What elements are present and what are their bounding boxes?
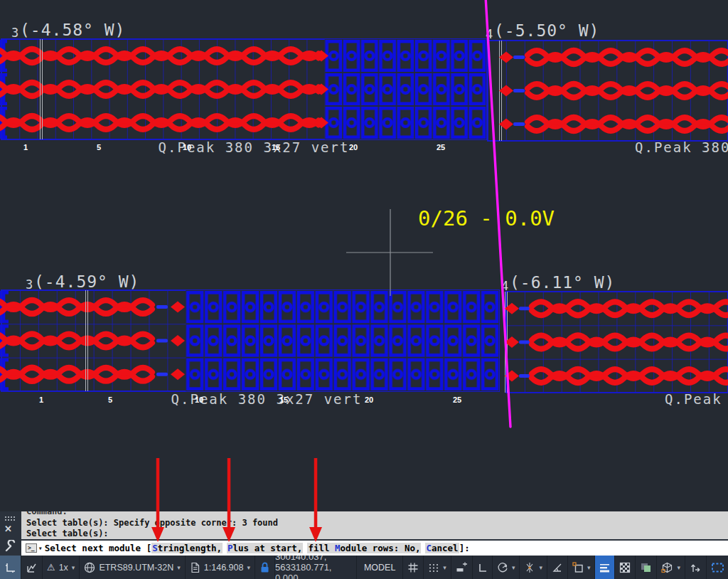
- angle-icon: [552, 562, 563, 573]
- option-fill-module-rows[interactable]: fill Module rows: No,: [307, 543, 421, 553]
- transparency-icon: [619, 562, 631, 573]
- model-space-toggle[interactable]: MODEL: [357, 556, 403, 579]
- snap-tracking-icon: [524, 562, 535, 573]
- chevron-down-icon[interactable]: ▾: [72, 564, 75, 571]
- svg-text:20: 20: [349, 143, 358, 152]
- table-angle-label: (-6.11° W): [510, 273, 615, 292]
- object-snap-tracking-control[interactable]: ▾: [520, 556, 547, 579]
- ortho-icon: [477, 562, 488, 573]
- module-type-caption: Q.Peak 380: [635, 139, 728, 155]
- svg-text:25: 25: [453, 395, 461, 404]
- annotation-arrows-icon: [690, 562, 702, 573]
- status-bar: ⚠ 1x ▾ ETRS89.UTM-32N ▾ 1:146.908 ▾: [0, 556, 728, 579]
- command-window: ✕ Command: Select table(s): Specify oppo…: [0, 511, 728, 556]
- scale-value: 1:146.908: [204, 563, 244, 573]
- command-prompt-icon[interactable]: >_: [26, 543, 37, 553]
- grid-display-toggle[interactable]: [403, 556, 424, 579]
- command-history-line: Select table(s):: [21, 528, 728, 539]
- dashed-selection-icon: [711, 562, 724, 573]
- command-input-line[interactable]: >_ ▾ Select next module [ Stringlength, …: [21, 541, 728, 556]
- module-type-caption: Q.Peak 38: [665, 391, 728, 407]
- svg-text:5: 5: [97, 143, 101, 152]
- chevron-down-icon[interactable]: ▾: [677, 564, 680, 571]
- grid-icon: [407, 562, 419, 573]
- object-snap-icon: [572, 562, 584, 573]
- table-bottom-left[interactable]: [0, 290, 499, 391]
- chevron-down-icon[interactable]: ▾: [587, 564, 591, 571]
- cube-icon: [661, 562, 673, 573]
- dynamic-input-icon: [456, 562, 468, 573]
- drawing-scale-control[interactable]: 1:146.908 ▾: [186, 556, 255, 579]
- option-stringlength[interactable]: Stringlength,: [151, 543, 223, 553]
- svg-text:10: 10: [195, 395, 203, 404]
- table-index-label: 3: [11, 26, 18, 40]
- chevron-down-icon[interactable]: ▾: [443, 564, 446, 571]
- lineweight-icon: [599, 562, 610, 573]
- object-snap-control[interactable]: ▾: [568, 556, 596, 579]
- chevron-down-icon[interactable]: ▾: [247, 564, 250, 571]
- svg-text:15: 15: [279, 395, 288, 404]
- svg-text:1: 1: [23, 143, 28, 152]
- scale-lock-toggle[interactable]: [255, 556, 275, 579]
- command-history[interactable]: Command: Select table(s): Specify opposi…: [21, 511, 728, 539]
- snap-dots-icon: [428, 562, 439, 573]
- cad-application-window: 3 (-4.58° W) 4 (-5.50° W) Q.Peak 380 3x2…: [0, 0, 728, 579]
- recent-commands-caret-icon[interactable]: ▾: [38, 544, 43, 552]
- close-icon[interactable]: ✕: [4, 524, 12, 534]
- polar-tracking-control[interactable]: ▾: [493, 556, 520, 579]
- polyline-axes-icon: [26, 562, 38, 573]
- svg-text:15: 15: [272, 143, 280, 152]
- option-cancel[interactable]: Cancel: [425, 543, 459, 553]
- axes-icon: [4, 562, 16, 573]
- command-window-rail: ✕: [0, 511, 21, 556]
- svg-text:5: 5: [108, 395, 112, 404]
- string-voltage-readout: 0/26 - 0.0V: [418, 206, 555, 230]
- chevron-down-icon[interactable]: ▾: [539, 564, 542, 571]
- svg-text:20: 20: [365, 395, 373, 404]
- isometric-angle-toggle[interactable]: [547, 556, 568, 579]
- coordinate-system-control[interactable]: ETRS89.UTM-32N ▾: [80, 556, 185, 579]
- annotation-monitor-toggle[interactable]: [685, 556, 707, 579]
- svg-text:10: 10: [183, 143, 191, 152]
- chevron-down-icon[interactable]: ▾: [177, 564, 181, 571]
- clean-screen-toggle[interactable]: [707, 556, 728, 579]
- drag-handle-icon[interactable]: [4, 515, 17, 522]
- geometric-relations-toggle[interactable]: [21, 556, 43, 579]
- prompt-text: Select next module [: [45, 543, 152, 553]
- svg-text:25: 25: [437, 143, 445, 152]
- lock-icon: [259, 562, 270, 573]
- globe-icon: [84, 562, 95, 573]
- prompt-suffix: ]:: [459, 543, 470, 553]
- sheet-icon: [190, 562, 200, 573]
- lineweight-toggle[interactable]: [595, 556, 615, 579]
- customize-wrench-icon[interactable]: [4, 540, 17, 553]
- option-plus-at-start[interactable]: Plus at start,: [227, 543, 303, 553]
- command-history-line: Select table(s): Specify opposite corner…: [21, 518, 728, 528]
- svg-text:1: 1: [39, 395, 43, 404]
- selection-cycling-icon: [640, 562, 652, 573]
- table-angle-label: (-5.50° W): [494, 21, 599, 40]
- table-index-label: 3: [26, 277, 33, 292]
- command-history-line: Command:: [21, 511, 728, 517]
- dynamic-input-toggle[interactable]: [451, 556, 473, 579]
- polar-tracking-icon: [497, 562, 508, 573]
- annotation-scale-control[interactable]: ⚠ 1x ▾: [43, 556, 80, 579]
- ortho-mode-toggle[interactable]: [473, 556, 493, 579]
- chevron-down-icon[interactable]: ▾: [512, 564, 515, 571]
- snap-mode-control[interactable]: ▾: [424, 556, 451, 579]
- isodraft-control[interactable]: ▾: [657, 556, 685, 579]
- transparency-toggle[interactable]: [615, 556, 636, 579]
- cursor-coordinates: 300140.037, 5633180.771, 0.000: [275, 556, 357, 579]
- selection-cycling-toggle[interactable]: [636, 556, 657, 579]
- table-top-right[interactable]: [488, 41, 728, 141]
- table-angle-label: (-4.59° W): [34, 272, 139, 291]
- model-space-canvas[interactable]: 3 (-4.58° W) 4 (-5.50° W) Q.Peak 380 3x2…: [0, 0, 728, 511]
- coordinates-display-toggle[interactable]: [0, 556, 21, 579]
- table-angle-label: (-4.58° W): [20, 21, 125, 39]
- table-bottom-right[interactable]: [505, 292, 728, 393]
- table-top-left[interactable]: [0, 39, 486, 139]
- annotation-scale-value: 1x: [59, 563, 68, 573]
- crs-value: ETRS89.UTM-32N: [99, 563, 173, 573]
- warning-icon: ⚠: [47, 562, 55, 573]
